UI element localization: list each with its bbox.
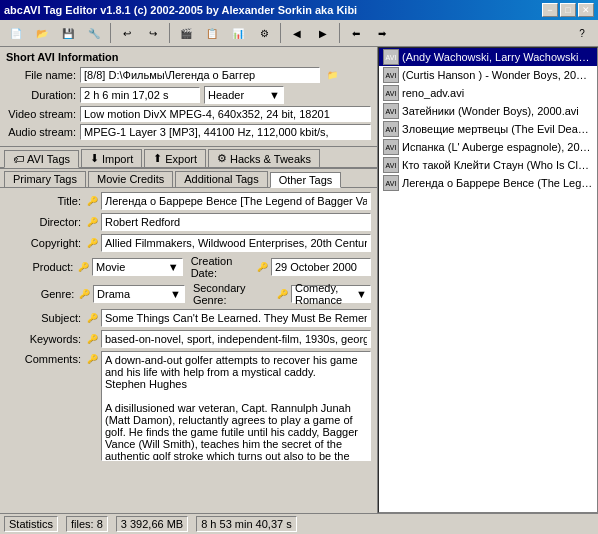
- creation-date-icon[interactable]: 🔑: [256, 260, 269, 274]
- tab-avi-tags[interactable]: 🏷 AVI Tags: [4, 150, 79, 168]
- comments-row: Comments: 🔑 A down-and-out golfer attemp…: [6, 351, 371, 461]
- product-icon[interactable]: 🔑: [77, 260, 90, 274]
- product-date-row: Product: 🔑 Movie ▼ Creation Date: 🔑: [6, 255, 371, 279]
- copyright-icon[interactable]: 🔑: [85, 236, 99, 250]
- file-name-0: (Andy Wachowski, Larry Wachowski) - The …: [402, 51, 593, 63]
- main-content: 📄 📂 💾 🔧 ↩ ↪ 🎬 📋 📊 ⚙ ◀ ▶ ⬅ ➡ ? Short AVI …: [0, 20, 598, 534]
- file-item-4[interactable]: AVI Зловещие мертвецы (The Evil Dead), 1…: [379, 120, 597, 138]
- file-item-6[interactable]: AVI Кто такой Клейти Стаун (Who Is Cleti…: [379, 156, 597, 174]
- secondary-genre-icon[interactable]: 🔑: [276, 287, 289, 301]
- file-item-1[interactable]: AVI (Curtis Hanson ) - Wonder Boys, 2000…: [379, 66, 597, 84]
- toolbar-btn10[interactable]: ⚙: [252, 22, 276, 44]
- toolbar-arrow1[interactable]: ⬅: [344, 22, 368, 44]
- status-bar: Statistics files: 8 3 392,66 MB 8 h 53 m…: [0, 513, 598, 534]
- window-controls: − □ ✕: [542, 3, 594, 17]
- tab-export[interactable]: ⬆ Export: [144, 149, 206, 167]
- keywords-input[interactable]: [101, 330, 371, 348]
- subject-icon[interactable]: 🔑: [85, 311, 99, 325]
- tab-hacks[interactable]: ⚙ Hacks & Tweaks: [208, 149, 320, 167]
- file-item-3[interactable]: AVI Затейники (Wonder Boys), 2000.avi: [379, 102, 597, 120]
- toolbar-btn7[interactable]: 🎬: [174, 22, 198, 44]
- toolbar-save[interactable]: 💾: [56, 22, 80, 44]
- minimize-button[interactable]: −: [542, 3, 558, 17]
- file-item-5[interactable]: AVI Испанка (L' Auberge espagnole), 2002…: [379, 138, 597, 156]
- comments-icon[interactable]: 🔑: [85, 351, 99, 365]
- subject-input[interactable]: [101, 309, 371, 327]
- subtab-primary-label: Primary Tags: [13, 173, 77, 185]
- subtab-other-label: Other Tags: [279, 174, 333, 186]
- file-icon-3: AVI: [383, 103, 399, 119]
- file-item-0[interactable]: AVI (Andy Wachowski, Larry Wachowski) - …: [379, 48, 597, 66]
- title-bar: abcAVI Tag Editor v1.8.1 (c) 2002-2005 b…: [0, 0, 598, 20]
- genre-icon[interactable]: 🔑: [78, 287, 91, 301]
- subtab-additional-label: Additional Tags: [184, 173, 258, 185]
- genre-select[interactable]: Drama ▼: [93, 285, 185, 303]
- import-label: Import: [102, 153, 133, 165]
- hacks-icon: ⚙: [217, 152, 227, 165]
- duration-label: Duration:: [6, 89, 76, 101]
- file-name-3: Затейники (Wonder Boys), 2000.avi: [402, 105, 579, 117]
- product-select[interactable]: Movie ▼: [92, 258, 183, 276]
- file-name-4: Зловещие мертвецы (The Evil Dead), 1981.…: [402, 123, 593, 135]
- comments-textarea[interactable]: A down-and-out golfer attempts to recove…: [101, 351, 371, 461]
- header-select[interactable]: Header ▼: [204, 86, 284, 104]
- director-row: Director: 🔑: [6, 213, 371, 231]
- toolbar-prev[interactable]: ◀: [285, 22, 309, 44]
- file-item-7[interactable]: AVI Легенда о Баррере Венсе (The Legend …: [379, 174, 597, 192]
- toolbar-btn5[interactable]: ↩: [115, 22, 139, 44]
- file-icon-2: AVI: [383, 85, 399, 101]
- toolbar-open[interactable]: 📂: [30, 22, 54, 44]
- toolbar-btn9[interactable]: 📊: [226, 22, 250, 44]
- genre-dropdown-icon: ▼: [170, 288, 181, 300]
- total-duration: 8 h 53 min 40,37 s: [196, 516, 297, 532]
- subtab-credits[interactable]: Movie Credits: [88, 171, 173, 187]
- toolbar-next[interactable]: ▶: [311, 22, 335, 44]
- subtab-primary[interactable]: Primary Tags: [4, 171, 86, 187]
- short-avi-title: Short AVI Information: [6, 51, 371, 63]
- title-input[interactable]: [101, 192, 371, 210]
- creation-date-input[interactable]: [271, 258, 371, 276]
- file-icon-6: AVI: [383, 157, 399, 173]
- toolbar-btn6[interactable]: ↪: [141, 22, 165, 44]
- maximize-button[interactable]: □: [560, 3, 576, 17]
- primary-tags-content: Title: 🔑 Director: 🔑 Copyright: 🔑: [0, 188, 377, 513]
- title-icon[interactable]: 🔑: [85, 194, 99, 208]
- toolbar-btn4[interactable]: 🔧: [82, 22, 106, 44]
- file-value: [8/8] D:\Фильмы\Легенда о Баггер: [80, 67, 320, 83]
- separator4: [339, 23, 340, 43]
- toolbar-new[interactable]: 📄: [4, 22, 28, 44]
- genre-row: Genre: 🔑 Drama ▼ Secondary Genre: 🔑 Come…: [6, 282, 371, 306]
- copyright-field-label: Copyright:: [6, 237, 81, 249]
- close-button[interactable]: ✕: [578, 3, 594, 17]
- import-icon: ⬇: [90, 152, 99, 165]
- secondary-genre-label: Secondary Genre:: [193, 282, 274, 306]
- keywords-icon[interactable]: 🔑: [85, 332, 99, 346]
- toolbar-arrow2[interactable]: ➡: [370, 22, 394, 44]
- left-panel: Short AVI Information File name: [8/8] D…: [0, 47, 378, 513]
- secondary-genre-select[interactable]: Comedy, Romance ▼: [291, 285, 371, 303]
- toolbar-btn8[interactable]: 📋: [200, 22, 224, 44]
- short-avi-info: Short AVI Information File name: [8/8] D…: [0, 47, 377, 147]
- files-count: files: 8: [66, 516, 108, 532]
- toolbar: 📄 📂 💾 🔧 ↩ ↪ 🎬 📋 📊 ⚙ ◀ ▶ ⬅ ➡ ?: [0, 20, 598, 47]
- subtab-other[interactable]: Other Tags: [270, 172, 342, 188]
- header-dropdown-icon: ▼: [269, 89, 280, 101]
- file-item-2[interactable]: AVI reno_adv.avi: [379, 84, 597, 102]
- export-icon: ⬆: [153, 152, 162, 165]
- director-icon[interactable]: 🔑: [85, 215, 99, 229]
- director-input[interactable]: [101, 213, 371, 231]
- file-icon-5: AVI: [383, 139, 399, 155]
- video-value: Low motion DivX MPEG-4, 640x352, 24 bit,…: [80, 106, 371, 122]
- file-name-5: Испанка (L' Auberge espagnole), 2002.avi: [402, 141, 593, 153]
- file-name-1: (Curtis Hanson ) - Wonder Boys, 2000.avi: [402, 69, 593, 81]
- copyright-input[interactable]: [101, 234, 371, 252]
- browse-button[interactable]: 📁: [322, 66, 342, 84]
- secondary-genre-value: Comedy, Romance: [295, 282, 356, 306]
- tab-import[interactable]: ⬇ Import: [81, 149, 142, 167]
- toolbar-help[interactable]: ?: [570, 22, 594, 44]
- right-panel: AVI (Andy Wachowski, Larry Wachowski) - …: [378, 47, 598, 513]
- keywords-field-label: Keywords:: [6, 333, 81, 345]
- subtab-additional[interactable]: Additional Tags: [175, 171, 267, 187]
- product-field-label: Product:: [6, 261, 73, 273]
- director-field-label: Director:: [6, 216, 81, 228]
